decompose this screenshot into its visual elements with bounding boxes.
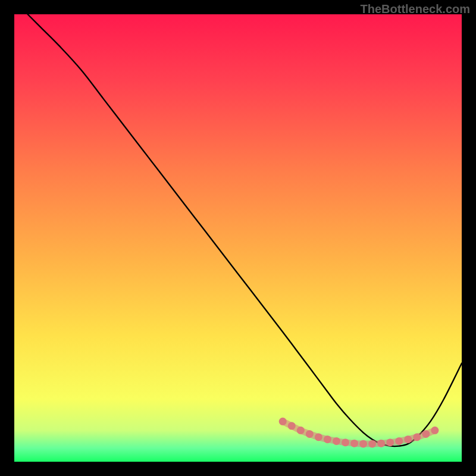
- curve-pink-dot: [297, 427, 305, 434]
- curve-pink-dot: [377, 440, 385, 447]
- curve-pink-dot: [431, 427, 439, 434]
- curve-pink-dot: [315, 433, 322, 441]
- curve-pink-dot: [359, 440, 367, 447]
- chart-frame: TheBottleneck.com: [0, 0, 476, 476]
- curve-pink-dot: [279, 418, 287, 425]
- curve-pink-dot: [333, 437, 340, 445]
- bottleneck-chart: [0, 0, 476, 476]
- curve-pink-dot: [342, 439, 349, 446]
- curve-pink-dot: [324, 436, 331, 443]
- curve-pink-dot: [413, 433, 421, 441]
- curve-pink-dot: [368, 440, 376, 447]
- curve-pink-dot: [350, 440, 358, 447]
- curve-pink-dot: [386, 439, 394, 446]
- curve-pink-dot: [404, 436, 412, 443]
- curve-pink-dot: [288, 422, 296, 430]
- curve-pink-dot: [422, 430, 430, 438]
- curve-pink-dot: [395, 437, 403, 445]
- plot-background: [14, 14, 462, 462]
- watermark-text: TheBottleneck.com: [361, 2, 470, 16]
- curve-pink-dot: [306, 430, 314, 438]
